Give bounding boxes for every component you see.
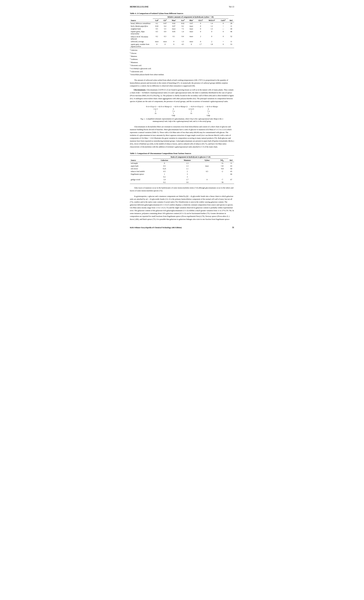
table5-th-ref: Ref. (228, 159, 234, 162)
page-header: HEMICELLULOSE Vol 13 (130, 6, 234, 8)
table-row: sorghum husk 0.5 5.5 trace 7.5 trace 0 1… (130, 28, 234, 30)
page-title: HEMICELLULOSE (130, 6, 149, 8)
table-row: red clover 0.25 1.1 −8.9 64 (130, 168, 234, 170)
monocotyledon-para: Only traces of mannose occur in the hydr… (130, 187, 234, 192)
glucomannans-para2: Glucomannans in dicotyledon fibers are r… (130, 125, 234, 148)
table4-th-mglca: MGlcAg (205, 19, 218, 22)
chem-label-1: 2 or 3 │ Ac (147, 108, 164, 117)
table-row: ginkgo wood 1.0 1.7 0 −7 67 (130, 178, 234, 181)
table5: Ratio of components in hydrolysate to gl… (130, 155, 234, 184)
table-row: tobacco ECP,i Nicotiana tabacum 0.2 0.3 … (130, 35, 234, 40)
table4-th-gala: GalAh (218, 19, 228, 22)
table5-th-mannose: Mannose (176, 159, 198, 162)
chem-structure-line: -b-D-Glcp-(1→4)-b-D-Manp-(1 →4)-b-D-Manp… (146, 105, 218, 108)
footnote-f: f Glucuronic acid. (130, 64, 234, 67)
footnote-i: i Extracellular polysaccharide from cult… (130, 73, 234, 76)
page-footer: Kirk-Othmer Encyclopedia of Chemical Tec… (130, 226, 234, 229)
table4-title: Table 4. A Comparison of Isolated Xylans… (130, 12, 234, 15)
table-row: tobacco leaf midrib 0.5 2 0.5 −2 65 (130, 170, 234, 173)
footer-page-num: 31 (232, 226, 234, 229)
footnote-a: a Galactose. (130, 48, 234, 52)
footnote-b: b Glucose. (130, 52, 234, 55)
table-row: birch, Betula papyrifera 0.02 0.4 0.07 0… (130, 25, 234, 28)
table4-th-gal: Gala (153, 19, 161, 22)
chem-label-3: 2,3 or 6 │ Ac (183, 108, 200, 117)
table4-th-ara: Arad (178, 19, 187, 22)
table4: Relative amounts of components in hydrol… (130, 15, 234, 48)
softwood-paragraph: The amount of softwood xylan sorbed from… (130, 79, 234, 87)
table5-th-source: Source (130, 159, 153, 162)
table4-th-glc: Glcb (161, 19, 169, 22)
gymnosperms-para: In gymnosperms, d-glucose and d-mannose … (130, 195, 234, 221)
table5-th-xylose: Xylose (198, 159, 216, 162)
table-row: 0.2 3.6 −36 (130, 181, 234, 184)
footnote-c: c Mannose. (130, 55, 234, 58)
table5-th-alpha: [α]D (216, 159, 228, 162)
chem-label-2: 6 │ a 1 Galp (164, 108, 183, 117)
table4-col-ref (228, 16, 234, 19)
footnote-h: h Galacturonic acid. (130, 70, 234, 73)
table-row: aspen bark 0.5 1.3 trace +10 63 (130, 165, 234, 168)
table4-footnotes: a Galactose. b Glucose. c Mannose. d Ara… (130, 48, 234, 76)
table-row: 0.2 3 (130, 176, 234, 178)
table4-th-ref: Ref. (228, 19, 234, 22)
chem-label-4: 6 │ a 1 Galp (200, 108, 217, 117)
table4-col-source (130, 16, 153, 19)
table-row: sapote gum, exudate fromSapota achras 0 … (130, 43, 234, 48)
table-row: Engelmann spruce 1 3 66 (130, 173, 234, 176)
footnote-e: e Rhamnose. (130, 61, 234, 64)
table4-th-rha: Rhae (187, 19, 196, 22)
footnote-d: d Arabinose. (130, 58, 234, 61)
table4-th-glca: GlcAf (196, 19, 205, 22)
table5-title: Table 5. Comparison of Glucomannan Compo… (130, 152, 234, 155)
table5-col-ref-header (228, 155, 234, 159)
table5-span-header: Ratio of components in hydrolysate to gl… (153, 155, 228, 159)
table-row: softwood, average trace trace 0 1.3 trac… (130, 40, 234, 43)
table-row: esparto grass, Stipa tenacissima 0.5 0.9… (130, 30, 234, 35)
glucomannans-para: Glucomannans. Glucomannans [11078-31-2] … (130, 88, 234, 103)
table-row: kenaf, Hibiscus cannabinus 0.2 0.07 0.02… (130, 22, 234, 25)
table4-span-header: Relative amounts of components in hydrol… (153, 16, 228, 19)
footnote-g: g 4-O-Methyl-d-glucuronic acid. (130, 67, 234, 70)
table4-th-source: Source (130, 19, 153, 22)
fig2-caption: Fig. 2. A simplified schematic represent… (140, 118, 224, 123)
table-row: red maple 0 1.3 −31 11 (130, 162, 234, 165)
page-vol: Vol 13 (229, 6, 234, 8)
table5-col-source-header (130, 155, 153, 159)
footer-title: Kirk-Othmer Encyclopedia of Chemical Tec… (130, 226, 182, 229)
table4-th-man: Manc (169, 19, 178, 22)
chem-labels-row: 2 or 3 │ Ac 6 │ a 1 Galp 2,3 or 6 │ Ac 6… (130, 108, 234, 117)
table5-th-galactose: Galactose (153, 159, 176, 162)
chem-structure-block: -b-D-Glcp-(1→4)-b-D-Manp-(1 →4)-b-D-Manp… (130, 105, 234, 117)
